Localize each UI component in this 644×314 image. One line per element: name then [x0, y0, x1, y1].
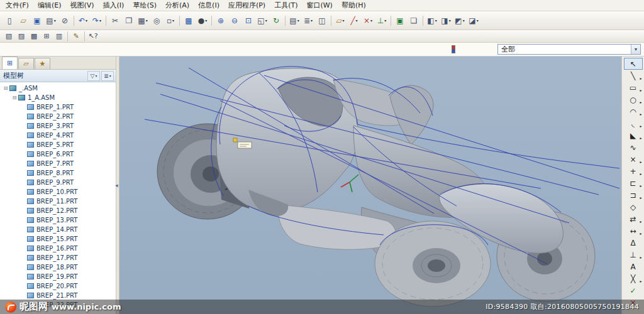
repaint-button[interactable]: ▩	[182, 14, 196, 28]
new-window-button[interactable]: ❏	[407, 14, 421, 28]
select-tool[interactable]: ↖	[624, 58, 643, 70]
menu-view[interactable]: 视图(V)	[65, 0, 98, 11]
collapse-arrow-icon[interactable]: ◂	[115, 182, 118, 188]
menu-analysis[interactable]: 分析(A)	[161, 0, 194, 11]
zoom-out-button[interactable]: ⊖	[228, 14, 242, 28]
tree-item[interactable]: BREP_7.PRT	[0, 159, 116, 168]
tree-item[interactable]: BREP_20.PRT	[0, 281, 116, 291]
open-file-button[interactable]: ▱	[16, 14, 30, 28]
point-display-toggle[interactable]: ▩	[28, 31, 40, 41]
datum-plane-button[interactable]: ▱	[333, 14, 347, 28]
tree-item[interactable]: BREP_6.PRT	[0, 149, 116, 159]
datum-axis-button[interactable]: ╱	[347, 14, 361, 28]
undo-button[interactable]: ↶	[76, 14, 90, 28]
text-tool[interactable]: A	[624, 261, 643, 273]
menu-applications[interactable]: 应用程序(P)	[224, 0, 270, 11]
spin-center-button[interactable]: ↻	[269, 14, 283, 28]
selection-filter-button[interactable]: ▫	[164, 14, 177, 28]
circle-tool[interactable]: ○	[624, 94, 643, 106]
chevron-down-icon[interactable]: ▾	[631, 45, 640, 54]
done-button[interactable]: ✓	[624, 284, 643, 296]
context-help-button[interactable]: ↖?	[87, 31, 99, 41]
mirror-tool[interactable]: ⇄	[624, 213, 643, 225]
tree-item[interactable]: BREP_1.PRT	[0, 102, 116, 112]
rectangle-tool[interactable]: ▭	[624, 82, 643, 94]
tree-item[interactable]: ⊟ 1_A.ASM	[0, 93, 116, 102]
copy-button[interactable]: ❐	[122, 14, 136, 28]
erase-not-displayed-button[interactable]: ⊘	[58, 14, 72, 28]
trim-tool[interactable]: ╳	[624, 273, 643, 284]
tree-item[interactable]: BREP_17.PRT	[0, 253, 116, 263]
constraints-tool[interactable]: ⊥	[624, 249, 643, 261]
chamfer-tool[interactable]: ◣	[624, 129, 643, 141]
offset-edge-tool[interactable]: ⊐	[624, 189, 643, 201]
view-manager-button[interactable]: ◫	[315, 14, 329, 28]
menu-window[interactable]: 窗口(W)	[302, 0, 336, 11]
menu-insert[interactable]: 插入(I)	[99, 0, 129, 11]
menu-file[interactable]: 文件(F)	[1, 0, 33, 11]
datum-csys-button[interactable]: ⊥	[375, 14, 389, 28]
tree-settings-button[interactable]: ≣	[101, 71, 114, 81]
display-style-button[interactable]: ●	[196, 14, 209, 28]
tree-item[interactable]: BREP_12.PRT	[0, 206, 116, 215]
display-wireframe-button[interactable]: ◪	[467, 14, 480, 28]
menu-tools[interactable]: 工具(T)	[270, 0, 302, 11]
tree-filter-button[interactable]: ▽	[87, 71, 100, 81]
dimension-tool[interactable]: ↔	[624, 225, 643, 237]
line-tool[interactable]: ╲	[624, 70, 643, 82]
axis-display-toggle[interactable]: ▨	[15, 31, 28, 41]
paste-button[interactable]: ▦	[136, 14, 150, 28]
tree-item[interactable]: BREP_9.PRT	[0, 178, 116, 187]
sketcher-display-toggle[interactable]: ✎	[70, 31, 82, 41]
modify-tool[interactable]: Δ	[624, 237, 643, 249]
display-no-hidden-button[interactable]: ◩	[453, 14, 467, 28]
coordinate-system-tool[interactable]: +	[624, 165, 643, 177]
print-button[interactable]: ▤	[44, 14, 58, 28]
redo-button[interactable]: ↷	[90, 14, 104, 28]
tree-item[interactable]: BREP_18.PRT	[0, 263, 116, 272]
expander-icon[interactable]: ⊟	[3, 85, 9, 91]
tree-item[interactable]: BREP_21.PRT	[0, 291, 116, 300]
use-edge-tool[interactable]: ⊏	[624, 177, 643, 189]
display-shaded-button[interactable]: ◧	[425, 14, 439, 28]
palette-tool[interactable]: ◇	[624, 201, 643, 213]
search-button[interactable]: ◎	[150, 14, 164, 28]
zoom-in-button[interactable]: ⊕	[214, 14, 228, 28]
tree-item[interactable]: BREP_15.PRT	[0, 234, 116, 244]
tree-item[interactable]: BREP_2.PRT	[0, 112, 116, 121]
menu-help[interactable]: 帮助(H)	[337, 0, 370, 11]
tree-item[interactable]: BREP_13.PRT	[0, 215, 116, 225]
cut-button[interactable]: ✂	[108, 14, 122, 28]
tab-favorites[interactable]: ★	[35, 58, 50, 69]
point-tool[interactable]: ×	[624, 153, 643, 165]
activate-window-button[interactable]: ▣	[393, 14, 407, 28]
display-hidden-line-button[interactable]: ◨	[439, 14, 453, 28]
selection-filter-combobox[interactable]: 全部 ▾	[497, 44, 641, 55]
arc-tool[interactable]: ◠	[624, 106, 643, 117]
zoom-window-button[interactable]: ◱	[255, 14, 269, 28]
tree-item[interactable]: BREP_10.PRT	[0, 187, 116, 197]
3d-viewport[interactable]	[119, 57, 621, 314]
tree-item[interactable]: BREP_19.PRT	[0, 272, 116, 281]
tab-folder-browser[interactable]: ▱	[18, 58, 34, 69]
menu-edit[interactable]: 编辑(E)	[33, 0, 66, 11]
tree-item[interactable]: BREP_16.PRT	[0, 244, 116, 253]
csys-display-toggle[interactable]: ⊞	[40, 31, 53, 41]
tab-model-tree[interactable]: ⊞	[2, 57, 18, 69]
new-file-button[interactable]: ▯	[3, 14, 16, 28]
fillet-tool[interactable]: ◟	[624, 117, 643, 129]
datum-point-button[interactable]: ×	[361, 14, 375, 28]
expander-icon[interactable]: ⊟	[11, 95, 18, 100]
refit-button[interactable]: ⊡	[242, 14, 255, 28]
saved-views-button[interactable]: ▤	[287, 14, 301, 28]
spline-tool[interactable]: ∿	[624, 141, 643, 153]
annotation-display-toggle[interactable]: ▥	[53, 31, 65, 41]
tree-item[interactable]: ⊟ _.ASM	[0, 84, 116, 93]
layers-button[interactable]: ≣	[301, 14, 315, 28]
tree-item[interactable]: BREP_14.PRT	[0, 225, 116, 234]
tree-item[interactable]: BREP_11.PRT	[0, 197, 116, 206]
tree-item[interactable]: BREP_8.PRT	[0, 168, 116, 178]
menu-sketch[interactable]: 草绘(S)	[128, 0, 161, 11]
save-file-button[interactable]: ▣	[30, 14, 44, 28]
tree-item[interactable]: BREP_3.PRT	[0, 121, 116, 131]
